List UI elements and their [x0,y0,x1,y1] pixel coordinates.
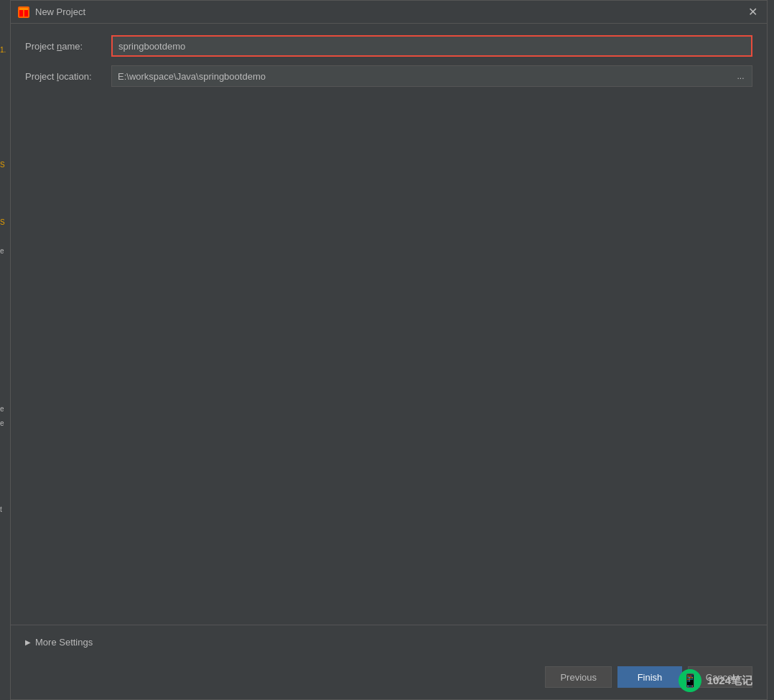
project-location-row: Project location: ... [25,65,752,87]
dialog-content: Project name: 自定义输入 Project location: ..… [11,24,767,625]
project-name-row: Project name: 自定义输入 [25,35,752,57]
new-project-dialog: New Project ✕ Project name: 自定义输入 Projec… [10,0,768,700]
side-label-3: S [0,215,9,230]
title-bar-left: New Project [18,6,85,18]
project-location-input[interactable] [111,65,729,87]
side-label-7: t [0,503,9,517]
watermark-text: 1024笔记 [707,674,752,688]
close-button[interactable]: ✕ [745,5,760,19]
main-content-area [25,95,752,613]
intellij-icon [18,6,29,18]
title-bar: New Project ✕ [11,1,767,24]
side-label-5: e [0,402,9,416]
side-label-6: e [0,416,9,431]
more-settings-toggle[interactable]: ▶ More Settings [25,633,752,652]
wechat-watermark: 📱 1024笔记 [679,669,752,692]
project-name-input[interactable] [111,35,752,57]
dialog-title: New Project [35,6,85,17]
button-bar: Previous Finish Cancel 📱 1024笔记 [11,659,767,699]
side-label-2: S [0,158,9,172]
project-name-input-wrapper: 自定义输入 [111,35,752,57]
dialog-overlay: 1. S S e e e t New Proj [0,0,774,700]
more-settings-arrow-icon: ▶ [25,638,31,646]
ide-sidebar-partial: 1. S S e e e t [0,0,9,700]
finish-button[interactable]: Finish [617,666,682,688]
project-name-label: Project name: [25,41,111,52]
project-location-input-wrapper: ... [111,65,752,87]
wechat-icon: 📱 [679,669,701,692]
dialog-bottom: ▶ More Settings [11,625,767,659]
svg-rect-3 [19,8,28,10]
browse-button[interactable]: ... [729,65,752,87]
more-settings-label: More Settings [35,637,93,648]
side-label-1: 1. [0,43,9,57]
previous-button[interactable]: Previous [545,666,612,688]
side-label-4: e [0,244,9,258]
project-location-label: Project location: [25,71,111,82]
